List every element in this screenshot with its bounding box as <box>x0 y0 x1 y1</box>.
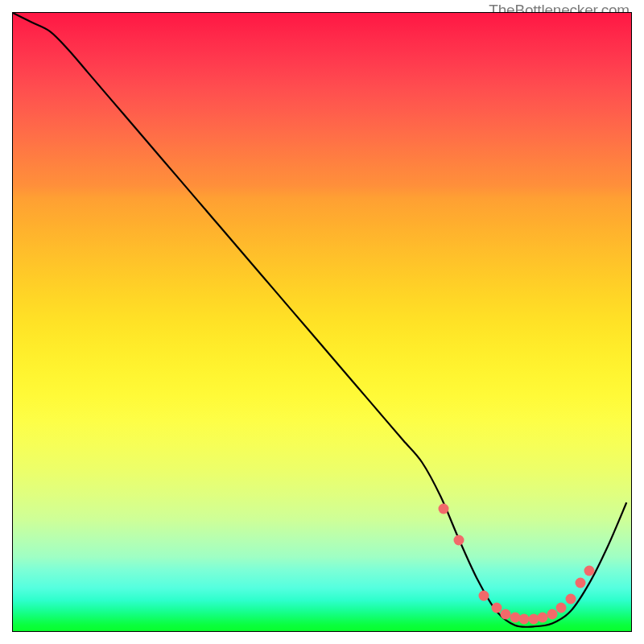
highlight-dot <box>479 590 489 601</box>
highlight-dot <box>547 609 557 619</box>
highlight-dot <box>556 603 567 613</box>
chart-container: TheBottlenecker.com <box>0 0 644 644</box>
highlight-dot <box>528 614 539 625</box>
curve-layer <box>13 13 633 633</box>
highlight-dot <box>538 612 548 622</box>
highlight-dot <box>510 612 520 622</box>
highlight-dot <box>519 614 530 625</box>
bottleneck-curve-path <box>13 13 626 627</box>
highlight-dot <box>439 504 449 514</box>
highlight-dot <box>491 603 502 613</box>
highlight-dot <box>454 535 464 545</box>
highlight-dot <box>584 566 595 576</box>
plot-area <box>12 12 632 632</box>
highlight-dot <box>566 593 576 604</box>
highlight-dot <box>501 609 511 619</box>
highlight-dot <box>575 578 585 588</box>
